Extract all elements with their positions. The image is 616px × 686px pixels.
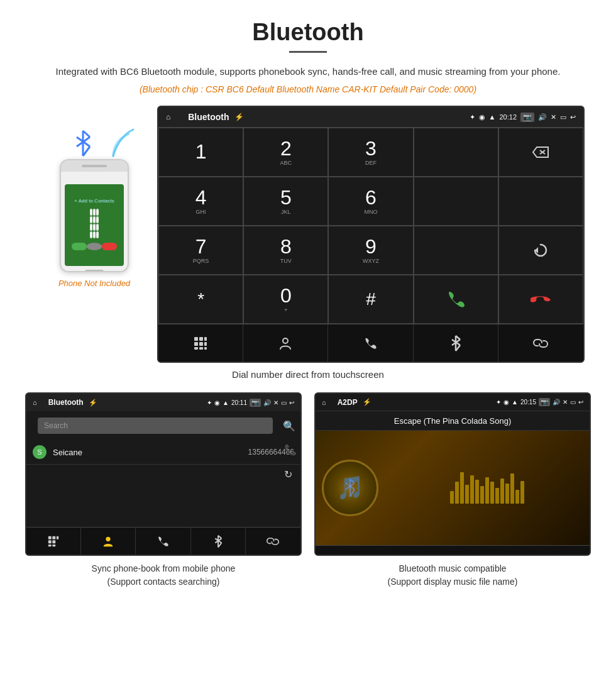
key-call-green[interactable]: [414, 275, 498, 324]
pb-search-icon[interactable]: 🔍: [283, 420, 295, 432]
pb-cam-icon: 📷: [250, 399, 261, 407]
svg-point-31: [106, 536, 111, 541]
key-1[interactable]: 1: [158, 128, 243, 177]
music-song-title: Escape (The Pina Colada Song): [394, 416, 511, 426]
volume-icon: 🔊: [538, 113, 547, 121]
toolbar-bluetooth-btn[interactable]: [414, 324, 498, 362]
dialpad-time: 20:12: [499, 113, 517, 121]
phone-area: + Add to Contacts 1 2 3 4 5 6 7 8 9 * 0 …: [31, 106, 157, 288]
music-title: A2DP: [338, 398, 358, 407]
key-6[interactable]: 6MNO: [328, 177, 413, 226]
equalizer: [391, 472, 583, 504]
phone-key-2: 2: [93, 209, 96, 216]
music-home-icon: ⌂: [322, 399, 326, 406]
phone-key-5: 5: [93, 216, 96, 223]
location-icon: ◉: [479, 113, 485, 121]
key-call-red[interactable]: [498, 275, 583, 324]
grid-icon: [194, 336, 207, 350]
key-5[interactable]: 5JKL: [243, 177, 328, 226]
svg-rect-12: [194, 342, 198, 346]
key-backspace[interactable]: [498, 128, 583, 177]
key-9[interactable]: 9WXYZ: [328, 226, 413, 275]
phone-key-0: 0: [93, 231, 96, 238]
camera-icon: 📷: [520, 113, 534, 122]
music-back-icon: ↩: [578, 399, 583, 406]
pb-toolbar-grid[interactable]: [26, 528, 81, 555]
page-title: Bluetooth: [0, 0, 616, 51]
key-empty-4: [414, 226, 498, 275]
phone-device: + Add to Contacts 1 2 3 4 5 6 7 8 9 * 0 …: [60, 159, 129, 272]
key-hash[interactable]: #: [328, 275, 413, 324]
prev-button[interactable]: ⏮: [355, 553, 368, 556]
pb-toolbar-bt[interactable]: [191, 528, 246, 555]
svg-line-4: [83, 147, 90, 156]
pb-toolbar-phone[interactable]: [136, 528, 190, 555]
pb-contact-row[interactable]: S Seicane 13566664466: [26, 440, 300, 465]
main-section: + Add to Contacts 1 2 3 4 5 6 7 8 9 * 0 …: [0, 106, 616, 363]
pb-refresh-icon-right[interactable]: ↻: [284, 468, 297, 480]
pb-toolbar-link[interactable]: [246, 528, 300, 555]
svg-rect-30: [52, 544, 55, 546]
key-8[interactable]: 8TUV: [243, 226, 328, 275]
dialpad-statusbar: ⌂ Bluetooth ⚡ ✦ ◉ ▲ 20:12 📷 🔊 ✕ ▭ ↩: [158, 107, 583, 127]
toolbar-link-btn[interactable]: [498, 324, 583, 362]
phonebook-screenshot-item: ⌂ Bluetooth ⚡ ✦ ◉ ▲ 20:11 📷 🔊 ✕ ▭ ↩: [25, 392, 302, 589]
toolbar-person-btn[interactable]: [243, 324, 328, 362]
link-icon: [533, 336, 548, 351]
pb-search-bar[interactable]: Search: [38, 418, 273, 434]
pb-toolbar: [26, 527, 300, 555]
add-contacts-label: + Add to Contacts: [74, 198, 114, 204]
key-7[interactable]: 7PQRS: [158, 226, 243, 275]
pb-bt-icon: ✦: [207, 399, 212, 406]
svg-rect-29: [48, 544, 52, 546]
phonebook-caption-text: Sync phone-book from mobile phone(Suppor…: [92, 563, 236, 587]
key-star[interactable]: *: [158, 275, 243, 324]
music-loc-icon: ◉: [503, 399, 509, 406]
pb-title: Bluetooth: [48, 398, 84, 407]
title-underline: [289, 51, 327, 53]
key-2[interactable]: 2ABC: [243, 128, 328, 177]
music-frame: ⌂ A2DP ⚡ ✦ ◉ ▲ 20:15 📷 🔊 ✕ ▭ ↩ E: [314, 392, 591, 556]
phone-key-3: 3: [96, 209, 99, 216]
music-bt-icon: ✦: [496, 399, 501, 406]
key-3[interactable]: 3DEF: [328, 128, 413, 177]
svg-rect-28: [52, 540, 55, 543]
toolbar-phone-btn[interactable]: [328, 324, 413, 362]
svg-rect-15: [194, 347, 198, 350]
svg-rect-25: [52, 536, 55, 539]
svg-rect-27: [48, 540, 52, 543]
music-vol-icon: 🔊: [553, 399, 560, 406]
svg-rect-13: [199, 342, 203, 346]
pb-link-icon: [267, 535, 279, 548]
key-empty-1: [414, 128, 498, 177]
pb-toolbar-person[interactable]: [81, 528, 136, 555]
person-icon: [278, 336, 292, 350]
window-icon: ▭: [560, 113, 566, 121]
key-4[interactable]: 4GHI: [158, 177, 243, 226]
svg-line-1: [83, 131, 90, 137]
music-close-icon: ✕: [563, 399, 568, 406]
bt-overlay-icon: [343, 479, 357, 497]
svg-rect-9: [194, 337, 198, 341]
home-icon: ⌂: [166, 113, 170, 121]
music-win-icon: ▭: [570, 399, 576, 406]
toolbar-grid-btn[interactable]: [158, 324, 243, 362]
phonebook-inner: ⌂ Bluetooth ⚡ ✦ ◉ ▲ 20:11 📷 🔊 ✕ ▭ ↩: [26, 394, 300, 555]
music-caption-text: Bluetooth music compatible(Support displ…: [388, 563, 518, 587]
pb-loc-icon: ◉: [214, 399, 220, 406]
next-button[interactable]: ⏭: [537, 553, 550, 556]
pb-call-icon-right[interactable]: 📞: [284, 444, 297, 456]
phone-call-button: [72, 243, 87, 250]
play-pause-button[interactable]: ⏯: [446, 553, 459, 556]
key-refresh[interactable]: [498, 226, 583, 275]
phone-key-star: *: [90, 231, 92, 238]
phone-screen: + Add to Contacts 1 2 3 4 5 6 7 8 9 * 0 …: [65, 184, 124, 266]
phone-not-included-label: Phone Not Included: [58, 279, 130, 288]
phone-key-7: 7: [90, 224, 92, 231]
music-statusbar: ⌂ A2DP ⚡ ✦ ◉ ▲ 20:15 📷 🔊 ✕ ▭ ↩: [316, 394, 590, 411]
dialpad-toolbar: [158, 324, 583, 362]
dial-caption: Dial number direct from touchscreen: [0, 369, 616, 380]
music-usb-icon: ⚡: [363, 398, 371, 406]
key-0[interactable]: 0+: [243, 275, 328, 324]
bottom-screenshots: ⌂ Bluetooth ⚡ ✦ ◉ ▲ 20:11 📷 🔊 ✕ ▭ ↩: [0, 392, 616, 589]
